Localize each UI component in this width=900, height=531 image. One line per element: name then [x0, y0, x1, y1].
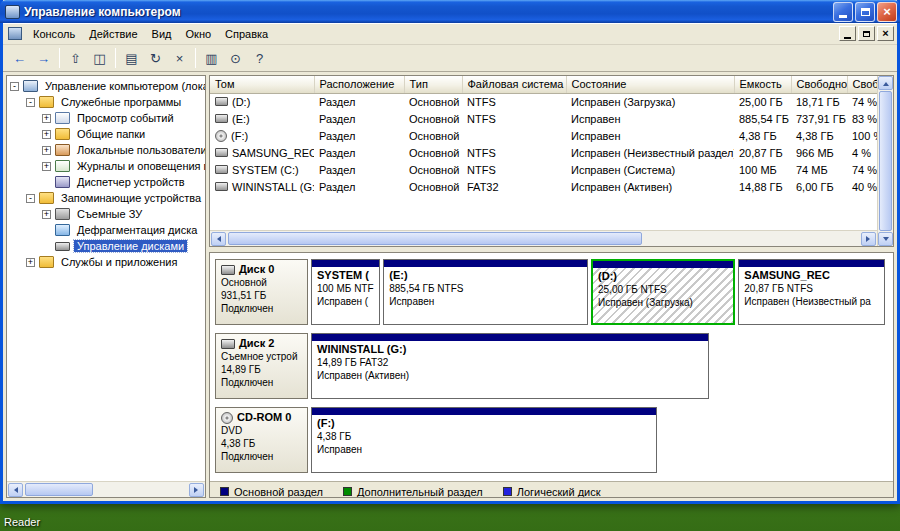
tree-item-performance-logs[interactable]: + Журналы и оповещения пр	[7, 158, 205, 174]
disk-row-2: Диск 2 Съемное устрой 14,89 ГБ Подключен…	[215, 333, 888, 399]
volume-row-samsung-rec[interactable]: SAMSUNG_REC Раздел Основной NTFS Исправе…	[210, 144, 877, 161]
scrollbar-thumb[interactable]	[25, 483, 93, 496]
tree-item-label: Общие папки	[74, 128, 148, 140]
toolbar-separator	[59, 48, 60, 68]
column-header-status[interactable]: Состояние	[566, 76, 734, 93]
extended-partition-swatch	[343, 487, 352, 496]
disk-0-label[interactable]: Диск 0 Основной 931,51 ГБ Подключен	[215, 259, 308, 325]
scroll-left-button[interactable]	[211, 232, 226, 246]
cell-type: Основной	[404, 178, 462, 195]
delete-button[interactable]: ×	[168, 47, 191, 69]
legend-label: Дополнительный раздел	[357, 486, 483, 498]
legend-extended-partition: Дополнительный раздел	[343, 486, 483, 498]
volume-row-wininstall-g[interactable]: WININSTALL (G:) Раздел Основной FAT32 Ис…	[210, 178, 877, 195]
partition-f-dvd[interactable]: (F:) 4,38 ГБ Исправен	[311, 407, 657, 473]
title-bar[interactable]: Управление компьютером ×	[0, 0, 900, 23]
volume-row-f[interactable]: (F:) Раздел Основной Исправен 4,38 ГБ 4,…	[210, 127, 877, 144]
partition-size: 885,54 ГБ NTFS	[389, 282, 582, 295]
help-button[interactable]: ?	[248, 47, 271, 69]
tree-item-shared-folders[interactable]: + Общие папки	[7, 126, 205, 142]
tree-item-removable-storage[interactable]: + Съемные ЗУ	[7, 206, 205, 222]
partition-system[interactable]: SYSTEM ( 100 МБ NTF Исправен (	[311, 259, 380, 325]
menu-window[interactable]: Окно	[179, 25, 219, 43]
partition-samsung-rec[interactable]: SAMSUNG_REC 20,87 ГБ NTFS Исправен (Неиз…	[738, 259, 885, 325]
column-header-layout[interactable]: Расположение	[314, 76, 404, 93]
partition-d-selected[interactable]: (D:) 25,00 ГБ NTFS Исправен (Загрузка)	[591, 259, 735, 325]
up-button[interactable]: ⇧	[64, 47, 87, 69]
scroll-right-button[interactable]	[189, 483, 204, 497]
collapse-icon[interactable]: -	[10, 82, 19, 91]
restore-icon	[863, 31, 870, 37]
tree-item-label: Служебные программы	[58, 96, 184, 108]
back-button[interactable]: ←	[8, 47, 31, 69]
legend-primary-partition: Основной раздел	[220, 486, 323, 498]
scrollbar-thumb[interactable]	[228, 232, 642, 245]
scroll-left-button[interactable]	[8, 483, 23, 497]
menu-view[interactable]: Вид	[145, 25, 179, 43]
collapse-icon[interactable]: -	[26, 98, 35, 107]
disk-2-label[interactable]: Диск 2 Съемное устрой 14,89 ГБ Подключен	[215, 333, 308, 399]
console-window-icon[interactable]	[8, 27, 22, 40]
cell-type: Основной	[404, 161, 462, 178]
properties-button[interactable]: ▤	[120, 47, 143, 69]
mdi-restore-button[interactable]	[858, 26, 875, 41]
tree-item-device-manager[interactable]: Диспетчер устройств	[7, 174, 205, 190]
close-button[interactable]: ×	[877, 2, 897, 22]
minimize-button[interactable]	[833, 2, 853, 22]
export-list-button[interactable]: ▥	[200, 47, 223, 69]
primary-partition-stripe	[384, 260, 587, 267]
maximize-button[interactable]	[855, 2, 875, 22]
volume-row-system-c[interactable]: SYSTEM (C:) Раздел Основной NTFS Исправе…	[210, 161, 877, 178]
volume-list: Том Расположение Тип Файловая система Со…	[209, 75, 894, 247]
zoom-button[interactable]: ⊙	[224, 47, 247, 69]
cdrom-0-label[interactable]: CD-ROM 0 DVD 4,38 ГБ Подключен	[215, 407, 308, 473]
column-header-free-pct[interactable]: Своб	[847, 76, 877, 93]
column-header-volume[interactable]: Том	[210, 76, 314, 93]
partition-e[interactable]: (E:) 885,54 ГБ NTFS Исправен	[383, 259, 588, 325]
volume-name: WININSTALL (G:)	[232, 181, 314, 193]
menu-help[interactable]: Справка	[218, 25, 275, 43]
tree-item-disk-management[interactable]: Управление дисками	[7, 238, 205, 254]
expand-icon[interactable]: +	[42, 210, 51, 219]
scrollbar-thumb[interactable]	[879, 91, 892, 231]
tree-item-system-tools[interactable]: - Служебные программы	[7, 94, 205, 110]
tree-item-local-users[interactable]: + Локальные пользователи	[7, 142, 205, 158]
tree-item-computer-management[interactable]: - Управление компьютером (локал	[7, 78, 205, 94]
disk-status: Подключен	[221, 450, 302, 463]
list-vertical-scrollbar[interactable]	[877, 76, 893, 246]
tree-item-services-applications[interactable]: + Службы и приложения	[7, 254, 205, 270]
tree-horizontal-scrollbar[interactable]	[7, 481, 205, 497]
column-header-free[interactable]: Свободно	[791, 76, 847, 93]
show-tree-button[interactable]: ◫	[88, 47, 111, 69]
volume-row-e[interactable]: (E:) Раздел Основной NTFS Исправен 885,5…	[210, 110, 877, 127]
tree-item-event-viewer[interactable]: + Просмотр событий	[7, 110, 205, 126]
list-horizontal-scrollbar[interactable]	[210, 230, 877, 246]
expand-icon[interactable]: +	[42, 146, 51, 155]
scroll-right-button[interactable]	[861, 232, 876, 246]
collapse-icon[interactable]: -	[26, 194, 35, 203]
desktop-icon-label[interactable]: Reader	[4, 516, 40, 528]
forward-button[interactable]: →	[32, 47, 55, 69]
expand-icon[interactable]: +	[42, 162, 51, 171]
refresh-button[interactable]: ↻	[144, 47, 167, 69]
scroll-up-button[interactable]	[878, 76, 893, 90]
column-header-capacity[interactable]: Емкость	[734, 76, 791, 93]
volume-row-d[interactable]: (D:) Раздел Основной NTFS Исправен (Загр…	[210, 93, 877, 110]
tree-item-storage[interactable]: - Запоминающие устройства	[7, 190, 205, 206]
mdi-minimize-button[interactable]	[839, 26, 856, 41]
column-header-type[interactable]: Тип	[404, 76, 462, 93]
disk-row-0: Диск 0 Основной 931,51 ГБ Подключен SYST…	[215, 259, 888, 325]
menu-console[interactable]: Консоль	[26, 25, 82, 43]
scroll-down-button[interactable]	[878, 232, 893, 246]
expand-icon[interactable]: +	[26, 258, 35, 267]
expand-icon[interactable]: +	[42, 130, 51, 139]
volume-icon	[215, 182, 228, 191]
menu-action[interactable]: Действие	[82, 25, 144, 43]
partition-wininstall-g[interactable]: WININSTALL (G:) 14,89 ГБ FAT32 Исправен …	[311, 333, 709, 399]
list-empty-area	[210, 195, 877, 230]
column-header-filesystem[interactable]: Файловая система	[462, 76, 566, 93]
tree-item-disk-defragmenter[interactable]: Дефрагментация диска	[7, 222, 205, 238]
mdi-close-button[interactable]: ×	[877, 26, 894, 41]
partition-size: 100 МБ NTF	[317, 282, 374, 295]
expand-icon[interactable]: +	[42, 114, 51, 123]
